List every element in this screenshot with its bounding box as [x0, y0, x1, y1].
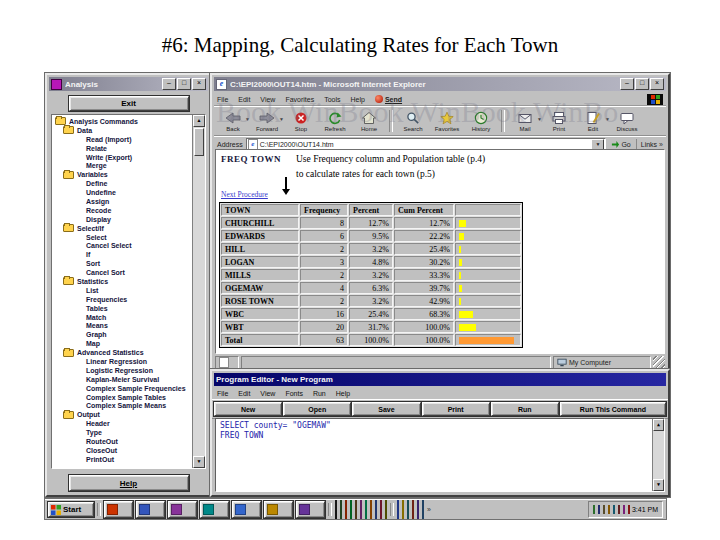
- tree-item-read-import[interactable]: Read (Import): [52, 135, 192, 144]
- tree-item-statistics[interactable]: Statistics: [52, 277, 192, 286]
- toolbar-button-forward[interactable]: ▼Forward: [250, 108, 284, 134]
- program-editor-titlebar[interactable]: Program Editor - New Program: [214, 373, 666, 386]
- quick-launch-icon[interactable]: [397, 501, 399, 519]
- tree-item-tables[interactable]: Tables: [52, 304, 192, 313]
- toolbar-button-favorites[interactable]: Favorites: [430, 108, 464, 134]
- next-procedure-link[interactable]: Next Procedure: [221, 190, 268, 199]
- toolbar-button-home[interactable]: Home: [352, 108, 386, 134]
- ie-titlebar[interactable]: e C:\EPI2000\OUT14.htm - Microsoft Inter…: [214, 77, 666, 91]
- quick-launch-icon[interactable]: [370, 501, 372, 519]
- toolbar-button-search[interactable]: Search: [396, 108, 430, 134]
- menu-item-file[interactable]: File: [217, 96, 228, 103]
- menu-item-tools[interactable]: Tools: [324, 96, 340, 103]
- quick-launch-icon[interactable]: [340, 501, 342, 519]
- taskbar-task-button[interactable]: [200, 501, 229, 518]
- tree-scrollbar[interactable]: ▲ ▼: [192, 115, 205, 468]
- tray-icon[interactable]: [623, 506, 625, 513]
- close-icon[interactable]: ×: [650, 78, 664, 90]
- print-button[interactable]: Print: [422, 402, 490, 416]
- menu-item-run[interactable]: Run: [313, 390, 326, 397]
- menu-item-fonts[interactable]: Fonts: [285, 390, 303, 397]
- tree-item-type[interactable]: Type: [52, 428, 192, 437]
- quick-launch-icon[interactable]: [417, 501, 419, 519]
- quick-launch-icon[interactable]: [402, 501, 404, 519]
- quick-launch-icon[interactable]: [345, 501, 347, 519]
- quick-launch-icon[interactable]: [385, 501, 387, 519]
- tree-item-analysis-commands[interactable]: Analysis Commands: [52, 117, 192, 126]
- taskbar-task-button[interactable]: [296, 501, 325, 518]
- tree-item-header[interactable]: Header: [52, 419, 192, 428]
- tree-item-relate[interactable]: Relate: [52, 144, 192, 153]
- open-button[interactable]: Open: [283, 402, 351, 416]
- tray-icon[interactable]: [618, 506, 620, 513]
- quick-launch-icon[interactable]: [355, 501, 357, 519]
- menu-item-view[interactable]: View: [260, 96, 275, 103]
- tree-item-select[interactable]: Select: [52, 233, 192, 242]
- menu-item-send[interactable]: Send: [375, 95, 402, 103]
- scroll-up-icon[interactable]: ▲: [653, 419, 664, 431]
- tree-item-frequencies[interactable]: Frequencies: [52, 295, 192, 304]
- menu-item-edit[interactable]: Edit: [238, 390, 250, 397]
- toolbar-button-edit[interactable]: ▼Edit: [576, 108, 610, 134]
- toolbar-button-back[interactable]: ▼Back: [216, 108, 250, 134]
- menu-item-edit[interactable]: Edit: [238, 96, 250, 103]
- chevron-right-icon[interactable]: »: [427, 506, 431, 513]
- taskbar-task-button[interactable]: [168, 501, 197, 518]
- tray-icon[interactable]: [603, 506, 605, 513]
- run-this-command-button[interactable]: Run This Command: [560, 402, 666, 416]
- quick-launch-icon[interactable]: [375, 501, 377, 519]
- save-button[interactable]: Save: [352, 402, 420, 416]
- code-scrollbar[interactable]: ▲ ▼: [652, 419, 664, 491]
- quick-launch-icon[interactable]: [407, 501, 409, 519]
- taskbar-task-button[interactable]: [232, 501, 261, 518]
- resize-grip[interactable]: [653, 356, 665, 369]
- tree-item-logistic-regression[interactable]: Logistic Regression: [52, 366, 192, 375]
- tree-item-write-export[interactable]: Write (Export): [52, 153, 192, 162]
- tree-item-sort[interactable]: Sort: [52, 259, 192, 268]
- tray-icon[interactable]: [593, 506, 595, 513]
- tree-item-list[interactable]: List: [52, 286, 192, 295]
- tree-item-merge[interactable]: Merge: [52, 161, 192, 170]
- tree-item-select-if[interactable]: Select/If: [52, 224, 192, 233]
- tray-icon[interactable]: [628, 506, 630, 513]
- menu-item-view[interactable]: View: [260, 390, 275, 397]
- help-button[interactable]: Help: [69, 475, 189, 491]
- tray-icon[interactable]: [598, 506, 600, 513]
- toolbar-button-refresh[interactable]: Refresh: [318, 108, 352, 134]
- tree-item-printout[interactable]: PrintOut: [52, 455, 192, 464]
- tray-icon[interactable]: [613, 506, 615, 513]
- go-button[interactable]: Go: [609, 140, 632, 149]
- maximize-icon[interactable]: □: [177, 78, 191, 90]
- close-icon[interactable]: ×: [192, 78, 206, 90]
- quick-launch-icon[interactable]: [350, 501, 352, 519]
- tree-item-display[interactable]: Display: [52, 215, 192, 224]
- tree-item-output[interactable]: Output: [52, 410, 192, 419]
- tree-item-means[interactable]: Means: [52, 321, 192, 330]
- scrollbar-thumb[interactable]: [194, 128, 204, 156]
- toolbar-button-history[interactable]: History: [464, 108, 498, 134]
- toolbar-button-stop[interactable]: Stop: [284, 108, 318, 134]
- program-editor-code-area[interactable]: ▲ ▼ SELECT county= "OGEMAW"FREQ TOWN: [215, 418, 665, 492]
- minimize-icon[interactable]: –: [162, 78, 176, 90]
- scroll-up-icon[interactable]: ▲: [193, 115, 205, 127]
- maximize-icon[interactable]: □: [635, 78, 649, 90]
- tree-item-cancel-select[interactable]: Cancel Select: [52, 241, 192, 250]
- tree-item-closeout[interactable]: CloseOut: [52, 446, 192, 455]
- tree-item-graph[interactable]: Graph: [52, 330, 192, 339]
- minimize-icon[interactable]: –: [620, 78, 634, 90]
- tree-item-advanced-statistics[interactable]: Advanced Statistics: [52, 348, 192, 357]
- tree-item-routeout[interactable]: RouteOut: [52, 437, 192, 446]
- quick-launch-icon[interactable]: [422, 501, 424, 519]
- tree-item-recode[interactable]: Recode: [52, 206, 192, 215]
- tree-item-linear-regression[interactable]: Linear Regression: [52, 357, 192, 366]
- quick-launch-icon[interactable]: [335, 501, 337, 519]
- quick-launch-icon[interactable]: [412, 501, 414, 519]
- tree-item-data[interactable]: Data: [52, 126, 192, 135]
- tree-item-assign[interactable]: Assign: [52, 197, 192, 206]
- tree-item-map[interactable]: Map: [52, 339, 192, 348]
- toolbar-button-mail[interactable]: ▼Mail: [508, 108, 542, 134]
- toolbar-button-discuss[interactable]: Discuss: [610, 108, 644, 134]
- tree-item-complex-sample-tables[interactable]: Complex Sample Tables: [52, 393, 192, 402]
- tree-item-complex-sample-means[interactable]: Complex Sample Means: [52, 402, 192, 411]
- toolbar-button-print[interactable]: Print: [542, 108, 576, 134]
